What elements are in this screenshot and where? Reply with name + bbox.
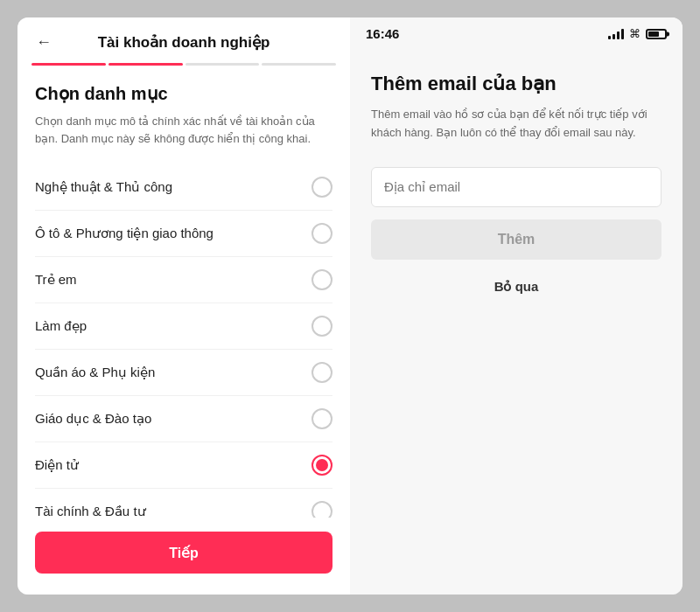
radio-circle: [312, 269, 332, 290]
wifi-icon: ⌘: [629, 27, 640, 40]
category-item[interactable]: Tài chính & Đầu tư: [35, 489, 332, 518]
category-item[interactable]: Làm đẹp: [35, 303, 332, 350]
radio-circle: [312, 177, 332, 198]
radio-circle: [312, 501, 332, 518]
category-label: Làm đẹp: [35, 318, 87, 334]
category-item[interactable]: Ô tô & Phương tiện giao thông: [35, 211, 332, 257]
email-input[interactable]: [371, 167, 662, 207]
radio-circle: [312, 223, 332, 244]
category-item[interactable]: Giáo dục & Đào tạo: [35, 396, 332, 442]
category-label: Trẻ em: [35, 272, 77, 288]
section-title: Chọn danh mục: [35, 83, 332, 104]
battery-icon: [646, 29, 667, 39]
category-item[interactable]: Điện tử: [35, 442, 332, 489]
category-label: Quần áo & Phụ kiện: [35, 365, 155, 380]
status-bar: 16:46 ⌘: [350, 17, 682, 46]
left-header: ← Tài khoản doanh nghiệp: [18, 17, 350, 54]
category-label: Nghệ thuật & Thủ công: [35, 179, 172, 195]
section-desc: Chọn danh mục mô tả chính xác nhất về tà…: [35, 113, 332, 147]
left-content: Chọn danh mục Chọn danh mục mô tả chính …: [18, 66, 350, 518]
right-panel: 16:46 ⌘ Thêm email của bạn Thêm email và…: [350, 17, 682, 595]
category-label: Điện tử: [35, 457, 79, 473]
right-title: Thêm email của bạn: [371, 73, 662, 95]
radio-circle: [312, 362, 332, 383]
back-button[interactable]: ←: [32, 30, 56, 54]
category-item[interactable]: Trẻ em: [35, 257, 332, 303]
radio-circle: [312, 408, 332, 429]
skip-button[interactable]: Bỏ qua: [371, 272, 662, 302]
category-item[interactable]: Quần áo & Phụ kiện: [35, 350, 332, 396]
category-list: Nghệ thuật & Thủ côngÔ tô & Phương tiện …: [35, 164, 332, 518]
category-label: Ô tô & Phương tiện giao thông: [35, 226, 214, 241]
category-label: Tài chính & Đầu tư: [35, 504, 146, 518]
status-time: 16:46: [366, 26, 399, 41]
category-item[interactable]: Nghệ thuật & Thủ công: [35, 164, 332, 211]
signal-icon: [608, 29, 624, 39]
status-icons: ⌘: [608, 27, 667, 40]
next-button[interactable]: Tiếp: [35, 532, 332, 574]
left-footer: Tiếp: [18, 518, 350, 595]
add-button[interactable]: Thêm: [371, 219, 662, 260]
radio-circle: [312, 316, 332, 337]
page-title: Tài khoản doanh nghiệp: [56, 33, 312, 52]
radio-circle: [312, 455, 332, 476]
right-desc: Thêm email vào hồ sơ của bạn để kết nối …: [371, 106, 662, 143]
progress-bar: [18, 54, 350, 66]
right-content: Thêm email của bạn Thêm email vào hồ sơ …: [350, 46, 682, 595]
category-label: Giáo dục & Đào tạo: [35, 411, 151, 427]
left-panel: ← Tài khoản doanh nghiệp Chọn danh mục C…: [18, 17, 350, 595]
